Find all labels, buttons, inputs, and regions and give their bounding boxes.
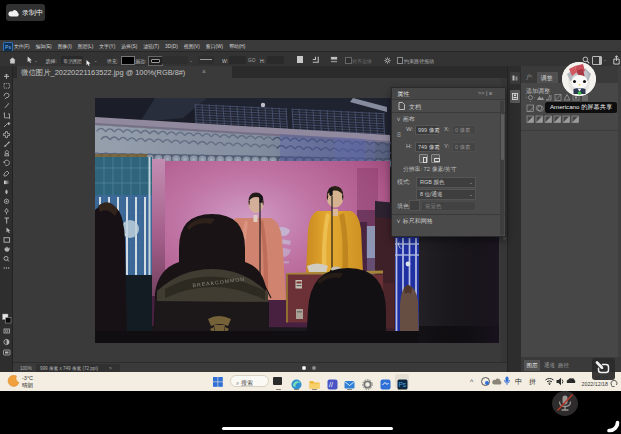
svg-text:Ps: Ps — [399, 381, 407, 388]
svg-text://: // — [329, 381, 333, 388]
